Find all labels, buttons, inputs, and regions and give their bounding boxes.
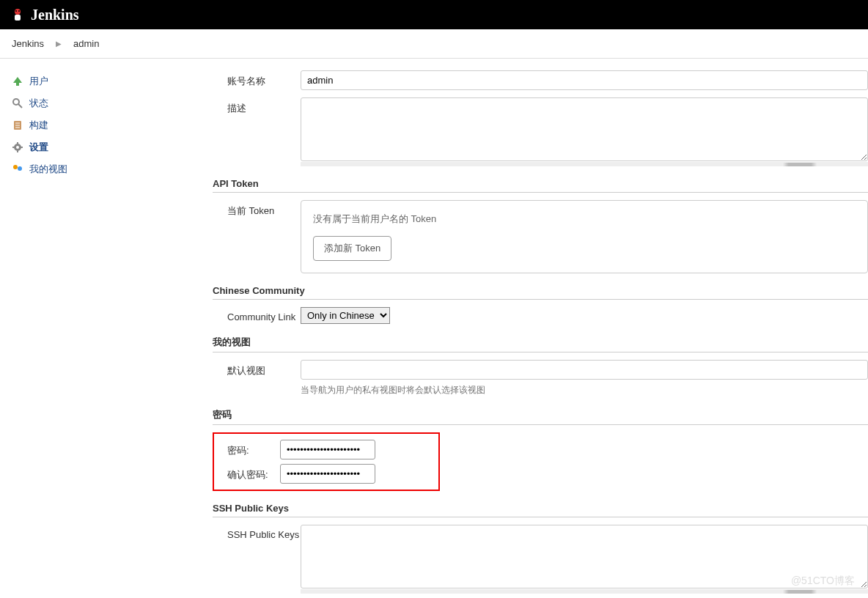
ssh-section-title: SSH Public Keys (213, 503, 868, 517)
svg-point-2 (15, 10, 17, 12)
community-section-title: Chinese Community (213, 285, 868, 300)
community-link-row: Community Link Only in Chinese (213, 307, 868, 324)
jenkins-icon (9, 6, 26, 23)
sidebar-item-label: 用户 (29, 75, 48, 88)
community-link-label: Community Link (227, 307, 301, 322)
add-token-button[interactable]: 添加新 Token (313, 236, 391, 261)
breadcrumb-item-admin[interactable]: admin (73, 38, 99, 49)
svg-rect-14 (12, 147, 15, 148)
document-icon (12, 119, 23, 131)
sidebar-item-users[interactable]: 用户 (0, 70, 205, 92)
myviews-section-title: 我的视图 (213, 336, 868, 352)
breadcrumb-item-jenkins[interactable]: Jenkins (12, 38, 44, 49)
password-section-title: 密码 (213, 408, 868, 425)
default-view-label: 默认视图 (227, 360, 301, 377)
current-token-label: 当前 Token (227, 200, 301, 218)
sidebar-item-label: 状态 (29, 97, 48, 110)
account-name-input[interactable] (301, 70, 868, 90)
content: 账号名称 描述 API Token 当前 Token 没有属于当前用户名的 To… (205, 59, 868, 598)
search-icon (12, 97, 23, 109)
sidebar-item-builds[interactable]: 构建 (0, 114, 205, 136)
gear-icon (12, 141, 23, 153)
password-input[interactable] (280, 440, 375, 459)
password-label: 密码: (221, 440, 280, 457)
sidebar-item-label: 设置 (29, 141, 48, 154)
default-view-input[interactable] (301, 360, 868, 380)
ssh-textarea[interactable] (301, 525, 868, 588)
svg-point-16 (13, 165, 18, 169)
header-logo[interactable]: Jenkins (9, 6, 79, 23)
svg-point-17 (18, 166, 22, 171)
svg-rect-13 (17, 150, 18, 152)
sidebar-item-settings[interactable]: 设置 (0, 136, 205, 158)
default-view-row: 默认视图 当导航为用户的私有视图时将会默认选择该视图 (213, 360, 868, 396)
scrollbar-track (301, 162, 868, 166)
sidebar-item-label: 构建 (29, 119, 48, 132)
account-name-row: 账号名称 (227, 70, 868, 90)
token-empty-message: 没有属于当前用户名的 Token (313, 213, 856, 226)
svg-point-3 (18, 10, 20, 12)
sidebar: 用户 状态 构建 设置 我的视图 (0, 59, 205, 598)
scrollbar-track (301, 589, 868, 594)
svg-rect-12 (17, 142, 18, 144)
sidebar-item-label: 我的视图 (29, 163, 67, 176)
current-token-row: 当前 Token 没有属于当前用户名的 Token 添加新 Token (213, 200, 868, 273)
ssh-label: SSH Public Keys (227, 525, 301, 540)
chevron-right-icon: ▶ (56, 40, 62, 48)
default-view-help: 当导航为用户的私有视图时将会默认选择该视图 (301, 380, 868, 396)
svg-rect-15 (21, 147, 23, 148)
svg-point-11 (16, 146, 19, 149)
community-link-select[interactable]: Only in Chinese (301, 307, 390, 324)
token-box: 没有属于当前用户名的 Token 添加新 Token (301, 200, 868, 273)
confirm-password-label: 确认密码: (221, 464, 280, 481)
header: Jenkins (0, 0, 868, 29)
password-highlight-box: 密码: 确认密码: (213, 432, 440, 491)
api-token-section-title: API Token (213, 178, 868, 193)
users-icon (12, 163, 23, 175)
sidebar-item-myviews[interactable]: 我的视图 (0, 158, 205, 180)
description-textarea[interactable] (301, 97, 868, 161)
svg-line-5 (18, 104, 22, 108)
svg-point-4 (13, 99, 19, 105)
main: 用户 状态 构建 设置 我的视图 账号名称 描述 (0, 59, 868, 598)
description-label: 描述 (227, 97, 301, 115)
breadcrumb: Jenkins ▶ admin (0, 29, 868, 59)
account-name-label: 账号名称 (227, 70, 301, 88)
confirm-password-input[interactable] (280, 464, 375, 484)
confirm-password-row: 确认密码: (221, 464, 431, 484)
svg-rect-1 (15, 15, 21, 21)
header-title: Jenkins (31, 7, 79, 23)
svg-point-0 (15, 9, 21, 15)
arrow-up-icon (12, 75, 23, 87)
ssh-row: SSH Public Keys (213, 525, 868, 594)
description-row: 描述 (227, 97, 868, 166)
password-row: 密码: (221, 440, 431, 459)
sidebar-item-status[interactable]: 状态 (0, 92, 205, 114)
